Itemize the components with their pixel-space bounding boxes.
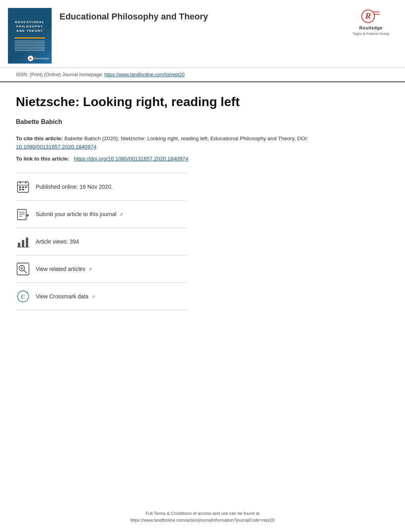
cover-title-text: EDUCATIONALPHILOSOPHYAND THEORY: [15, 20, 44, 33]
author-name: Babette Babich: [16, 117, 389, 127]
search-related-icon: [16, 262, 30, 276]
routledge-sublabel: Taylor & Francis Group: [353, 31, 389, 37]
routledge-label: Routledge: [359, 25, 382, 31]
views-text: Article views: 394: [36, 238, 79, 246]
info-item-related[interactable]: View related articles ↗: [16, 255, 187, 283]
cover-bar: [15, 37, 44, 39]
journal-homepage-link[interactable]: https://www.tandfonline.com/loi/rept20: [104, 72, 185, 77]
journal-title: Educational Philosophy and Theory: [60, 10, 389, 23]
footer: Full Terms & Conditions of access and us…: [0, 510, 405, 524]
cite-label: To cite this article:: [16, 135, 63, 141]
article-doi-link[interactable]: https://doi.org/10.1080/00131857.2020.18…: [74, 156, 188, 162]
issn-text: ISSN: (Print) (Online) Journal homepage:: [16, 72, 103, 77]
link-block: To link to this article: https://doi.org…: [16, 155, 389, 163]
article-section: Nietzsche: Looking right, reading left B…: [0, 82, 405, 318]
page-header: EDUCATIONALPHILOSOPHYAND THEORY R Routle…: [0, 0, 405, 68]
info-item-published: Published online: 16 Nov 2020.: [16, 173, 187, 201]
crossmark-text: View Crossmark data ↗: [36, 292, 95, 301]
routledge-logo: R Routledge Taylor & Francis Group: [353, 8, 389, 37]
svg-rect-13: [17, 209, 26, 220]
svg-rect-17: [18, 243, 20, 247]
published-text: Published online: 16 Nov 2020.: [36, 183, 113, 191]
submit-icon: [16, 207, 30, 221]
svg-rect-11: [19, 189, 21, 190]
header-info: Educational Philosophy and Theory: [60, 8, 389, 27]
journal-cover: EDUCATIONALPHILOSOPHYAND THEORY R Routle…: [8, 8, 52, 64]
issn-line: ISSN: (Print) (Online) Journal homepage:…: [0, 68, 405, 82]
crossmark-icon: C ✓: [16, 289, 30, 304]
info-item-submit[interactable]: Submit your article to this journal ↗: [16, 201, 187, 228]
cover-lines: [15, 40, 44, 52]
svg-text:C: C: [21, 294, 25, 300]
routledge-icon: R: [361, 8, 381, 25]
related-text: View related articles ↗: [36, 265, 92, 273]
cite-doi-link[interactable]: 10.1080/00131857.2020.1840974: [16, 144, 96, 150]
footer-url[interactable]: https://www.tandfonline.com/action/journ…: [130, 518, 275, 522]
submit-text: Submit your article to this journal ↗: [36, 210, 123, 219]
svg-text:R: R: [29, 57, 32, 61]
cite-text: Babette Babich (2020): Nietzsche: Lookin…: [64, 135, 308, 141]
cite-block: To cite this article: Babette Babich (20…: [16, 135, 389, 151]
footer-line1: Full Terms & Conditions of access and us…: [0, 510, 405, 517]
svg-rect-19: [26, 238, 28, 247]
svg-rect-9: [22, 186, 24, 188]
link-label: To link to this article:: [16, 156, 69, 162]
calendar-icon: [16, 180, 30, 194]
svg-text:R: R: [365, 11, 371, 21]
info-item-views: Article views: 394: [16, 228, 187, 255]
cover-publisher-logo: R Routledge: [28, 56, 49, 61]
svg-rect-8: [19, 186, 21, 188]
svg-rect-10: [25, 186, 27, 188]
info-items-list: Published online: 16 Nov 2020. Submit yo…: [16, 173, 187, 310]
svg-rect-18: [22, 240, 24, 247]
svg-rect-12: [22, 189, 24, 190]
chart-icon: [16, 234, 30, 249]
info-item-crossmark[interactable]: C ✓ View Crossmark data ↗: [16, 283, 187, 310]
svg-text:✓: ✓: [26, 291, 29, 294]
svg-line-23: [24, 271, 27, 273]
article-title: Nietzsche: Looking right, reading left: [16, 94, 389, 109]
